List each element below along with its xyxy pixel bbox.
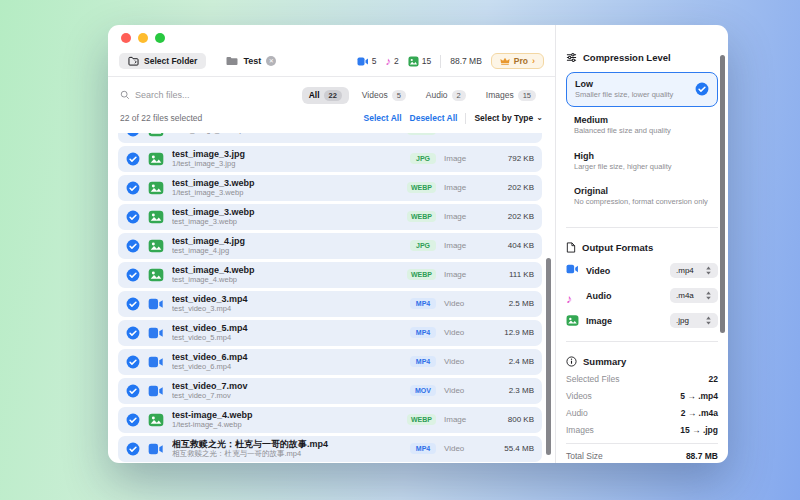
- video-file-icon: [148, 443, 164, 455]
- checkmark-icon[interactable]: [126, 152, 140, 166]
- file-row[interactable]: test_image_3.webptest_image_3.webpWEBPIm…: [118, 204, 542, 230]
- remove-folder-icon[interactable]: ✕: [266, 56, 276, 66]
- up-down-chevron-icon: [705, 316, 712, 325]
- select-all-button[interactable]: Select All: [364, 113, 402, 123]
- checkmark-icon[interactable]: [126, 133, 140, 137]
- file-type: Image: [444, 241, 476, 250]
- minimize-window-button[interactable]: [138, 33, 148, 43]
- search-placeholder: Search files...: [135, 90, 190, 100]
- file-path: test_video_3.mp4: [172, 304, 402, 313]
- file-row[interactable]: test_video_6.mp4test_video_6.mp4MP4Video…: [118, 349, 542, 375]
- file-name: test_image_3.jpg: [172, 149, 402, 160]
- video-file-icon: [148, 327, 164, 339]
- file-texts: test_image_4.jpgtest_image_4.jpg: [172, 236, 402, 256]
- search-tabs-bar: Search files... All22Videos5Audio2Images…: [108, 82, 555, 109]
- file-row[interactable]: test_video_3.mp4test_video_3.mp4MP4Video…: [118, 291, 542, 317]
- folder-icon: [226, 56, 238, 66]
- file-size: 800 KB: [484, 415, 534, 424]
- image-file-icon: [148, 133, 164, 138]
- format-label: Video: [586, 266, 663, 276]
- file-row[interactable]: 1/test_image_2.webpWEBP: [118, 133, 542, 143]
- file-row[interactable]: test-image_4.webp1/test-image_4.webpWEBP…: [118, 407, 542, 433]
- checkmark-icon[interactable]: [126, 297, 140, 311]
- file-type: Image: [444, 154, 476, 163]
- folder-open-icon: [128, 56, 139, 66]
- tab-images[interactable]: Images15: [479, 87, 543, 104]
- checkmark-icon[interactable]: [126, 442, 140, 456]
- image-icon: [566, 314, 579, 327]
- image-format-select[interactable]: .jpg: [670, 313, 718, 328]
- file-type: Image: [444, 183, 476, 192]
- compression-option-high[interactable]: HighLarger file size, higher quality: [566, 143, 718, 179]
- checkmark-icon[interactable]: [126, 413, 140, 427]
- file-name: test_image_4.webp: [172, 265, 399, 276]
- compression-option-low[interactable]: LowSmaller file size, lower quality: [566, 72, 718, 107]
- file-texts: test_image_3.jpg1/test_image_3.jpg: [172, 149, 402, 169]
- deselect-all-button[interactable]: Deselect All: [410, 113, 458, 123]
- image-file-icon: [148, 151, 164, 167]
- format-badge: MP4: [410, 443, 436, 454]
- file-row[interactable]: test_image_3.jpg1/test_image_3.jpgJPGIma…: [118, 146, 542, 172]
- file-row[interactable]: 相互救赎之光：杜克与一哥的故事.mp4相互救赎之光：杜克与一哥的故事.mp4MP…: [118, 436, 542, 462]
- file-size: 2.5 MB: [484, 299, 534, 308]
- tab-audio[interactable]: Audio2: [419, 87, 473, 104]
- option-title: Low: [575, 79, 689, 89]
- file-row[interactable]: test_image_4.jpgtest_image_4.jpgJPGImage…: [118, 233, 542, 259]
- checkmark-icon[interactable]: [126, 210, 140, 224]
- file-path: test_image_3.webp: [172, 217, 399, 226]
- selection-divider: [465, 113, 466, 124]
- video-format-select[interactable]: .mp4: [670, 263, 718, 278]
- pro-badge[interactable]: Pro ›: [491, 53, 544, 69]
- video-icon: [566, 264, 579, 277]
- file-texts: test_image_4.webptest_image_4.webp: [172, 265, 399, 285]
- zoom-window-button[interactable]: [155, 33, 165, 43]
- image-icon: [408, 56, 419, 67]
- tab-label: Images: [486, 90, 514, 100]
- sidebar-divider: [566, 341, 718, 342]
- selection-bar: 22 of 22 files selected Select All Desel…: [108, 109, 555, 128]
- selection-links: Select All Deselect All Select by Type ⌄: [364, 113, 543, 124]
- select-by-type-dropdown[interactable]: Select by Type ⌄: [474, 113, 543, 123]
- checkmark-icon[interactable]: [126, 239, 140, 253]
- file-row[interactable]: test_image_4.webptest_image_4.webpWEBPIm…: [118, 262, 542, 288]
- format-badge: WEBP: [407, 269, 436, 280]
- sidebar-scrollbar[interactable]: [720, 55, 725, 333]
- folder-tag[interactable]: Test ✕: [226, 56, 276, 66]
- search-field[interactable]: Search files...: [120, 90, 190, 100]
- checkmark-icon[interactable]: [126, 181, 140, 195]
- file-row[interactable]: test_image_3.webp1/test_image_3.webpWEBP…: [118, 175, 542, 201]
- format-badge: WEBP: [407, 133, 436, 136]
- option-title: Original: [574, 186, 710, 196]
- file-list-scrollbar[interactable]: [546, 258, 551, 455]
- file-row[interactable]: test_video_7.movtest_video_7.movMOVVideo…: [118, 378, 542, 404]
- file-type: Video: [444, 357, 476, 366]
- select-folder-button[interactable]: Select Folder: [119, 53, 206, 69]
- file-size: 2.3 MB: [484, 386, 534, 395]
- compression-option-medium[interactable]: MediumBalanced file size and quality: [566, 107, 718, 143]
- checkmark-icon[interactable]: [126, 384, 140, 398]
- audio-format-select[interactable]: .m4a: [670, 288, 718, 303]
- sliders-icon: [566, 52, 577, 63]
- image-count: 15: [408, 56, 431, 67]
- compression-option-original[interactable]: OriginalNo compression, format conversio…: [566, 178, 718, 214]
- checkmark-icon[interactable]: [126, 326, 140, 340]
- output-formats-title: Output Formats: [582, 242, 653, 253]
- file-name: test_image_3.webp: [172, 178, 399, 189]
- file-name: test_image_3.webp: [172, 207, 399, 218]
- summary-row: Audio2 → .m4a: [566, 408, 718, 418]
- tab-videos[interactable]: Videos5: [355, 87, 413, 104]
- file-name: test_video_3.mp4: [172, 294, 402, 305]
- file-list-viewport: 1/test_image_2.webpWEBPtest_image_3.jpg1…: [108, 133, 555, 463]
- format-row-video: Video.mp4: [566, 263, 718, 278]
- image-file-icon: [148, 180, 164, 196]
- close-window-button[interactable]: [121, 33, 131, 43]
- file-name: test_image_4.jpg: [172, 236, 402, 247]
- file-row[interactable]: test_video_5.mp4test_video_5.mp4MP4Video…: [118, 320, 542, 346]
- format-row-audio: ♪Audio.m4a: [566, 288, 718, 303]
- checkmark-icon[interactable]: [126, 268, 140, 282]
- summary-row: Videos5 → .mp4: [566, 391, 718, 401]
- format-label: Image: [586, 316, 663, 326]
- option-title: Medium: [574, 115, 710, 125]
- checkmark-icon[interactable]: [126, 355, 140, 369]
- tab-all[interactable]: All22: [302, 87, 349, 104]
